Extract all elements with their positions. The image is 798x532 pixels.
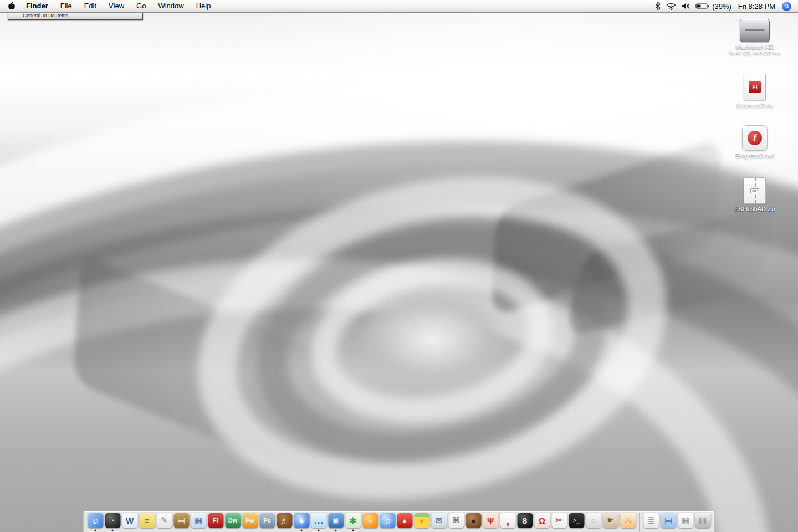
dock-trash[interactable]: ▥ (694, 513, 712, 532)
dock-app-glyph: ▦ (195, 515, 202, 525)
dock-doc-notes[interactable]: ≣ (643, 513, 660, 532)
volume-icon[interactable] (682, 2, 690, 10)
running-indicator: ▲ (317, 528, 321, 532)
dock-app-glyph: Fl (213, 517, 218, 524)
dock-dashboard[interactable]: ◔ ▲ (104, 513, 121, 532)
dock-app-glyph: ▤ (177, 515, 185, 525)
dock-app-glyph: ◈ (298, 515, 305, 525)
dock-app-glyph: ▲ (402, 517, 408, 524)
menu-finder[interactable]: Finder (20, 0, 54, 12)
menu-bar: Finder File Edit View Go Window Help (0, 0, 798, 13)
dock-preview[interactable]: ▦ (190, 513, 207, 532)
desktop-icon-empresa2-swf[interactable]: f Empresa2.swf (719, 125, 790, 159)
dock-folder-documents[interactable]: ▤ (660, 513, 677, 532)
dock-dreamweaver[interactable]: Dw (224, 513, 242, 532)
dock-app-glyph: >_ (573, 518, 579, 524)
dock-juicer[interactable]: ♨ (620, 513, 637, 532)
dock-app-glyph: ♫ (384, 516, 390, 525)
dock-doc-glyph: ▤ (664, 515, 672, 525)
dock-front-row[interactable]: ⌘ (448, 513, 465, 532)
menu-view[interactable]: View (103, 0, 130, 12)
hard-drive-icon (740, 19, 770, 42)
desktop: Finder File Edit View Go Window Help (0, 0, 798, 532)
desktop-icon-esflashad-zip[interactable]: ZIP ESFlashAD.zip (719, 177, 790, 212)
menu-bar-status: (39%) Fri 8:28 PM (655, 2, 798, 11)
dock-mail[interactable]: ✉ (431, 513, 448, 532)
airport-wifi-icon[interactable] (666, 2, 676, 10)
dock-app-glyph: … (314, 515, 324, 526)
dock-app-glyph: ◉ (332, 515, 339, 525)
dock-photoshop[interactable]: Ps (259, 513, 276, 532)
dock-ichat[interactable]: … ▲ (310, 513, 328, 532)
dock-app-glyph: W (126, 516, 134, 525)
menu-edit[interactable]: Edit (78, 0, 103, 12)
battery-icon (695, 2, 710, 10)
dock-fireworks[interactable]: Fw (242, 513, 259, 532)
dock-doc-glyph: ▦ (682, 515, 689, 525)
dock-app-glyph: ✉ (436, 515, 443, 525)
dock-app-glyph: Ψ (487, 516, 494, 525)
dock-ink[interactable]: ☛ (602, 513, 620, 532)
dock-notebook[interactable]: ▤ (173, 513, 190, 532)
menu-window[interactable]: Window (152, 0, 190, 12)
dock-app-glyph: ≡ (145, 516, 150, 525)
menu-help[interactable]: Help (190, 0, 217, 12)
fla-file-icon: Fl (744, 74, 766, 100)
dock-garageband[interactable]: ♬ (276, 513, 293, 532)
dock-chili[interactable]: , (499, 513, 516, 532)
icon-label: Empresa3.fla (737, 102, 773, 109)
dock-orange-app[interactable]: ● (362, 513, 379, 532)
dock-red-app[interactable]: ▲ (396, 513, 413, 532)
desktop-icon-empresa3-fla[interactable]: Fl Empresa3.fla (719, 74, 790, 109)
menu-file[interactable]: File (54, 0, 78, 12)
dock-coconut[interactable]: ● (465, 513, 482, 532)
dock-word[interactable]: W (121, 513, 139, 532)
dock-stickies[interactable]: ≡ (139, 513, 156, 532)
icon-label: Macintosh HD (735, 44, 774, 50)
desktop-icon-macintosh-hd[interactable]: Macintosh HD 74.41 GB, 44.8 GB free (719, 19, 790, 56)
dock-app-glyph: ♬ (280, 516, 289, 525)
bluetooth-icon[interactable] (655, 2, 661, 11)
dock-app-glyph: 8 (523, 516, 527, 525)
dock-app-glyph: ○ (591, 516, 596, 525)
wallpaper-shape (355, 288, 510, 391)
dock-keychain[interactable]: Ω (534, 513, 551, 532)
dock-eight-ball[interactable]: 8 (516, 513, 534, 532)
battery-percent: (39%) (712, 2, 732, 11)
menu-bar-clock[interactable]: Fri 8:28 PM (738, 2, 775, 11)
dock-app-glyph: ✎ (161, 515, 168, 525)
dock-itunes[interactable]: ♫ (379, 513, 396, 532)
desktop-wallpaper (0, 0, 798, 532)
dock-photo-booth[interactable]: ◉ ▲ (328, 513, 345, 532)
dock-textedit[interactable]: ✎ (156, 513, 173, 532)
dock-app-glyph: ● (367, 516, 372, 525)
dock-app-glyph: ● (470, 516, 475, 525)
dock-app-glyph: Fw (245, 517, 254, 524)
dock-app-glyph: ♨ (624, 515, 631, 525)
dock-doc-list[interactable]: ▦ (677, 513, 694, 532)
swf-file-icon: f (742, 125, 768, 151)
dock-scissors[interactable]: ✂ (551, 513, 568, 532)
spotlight-icon[interactable] (782, 2, 791, 11)
icon-label: Empresa2.swf (735, 152, 774, 159)
dock-safari[interactable]: ◈ ▲ (293, 513, 310, 532)
dock-finder[interactable]: ☺ ▲ (87, 513, 104, 532)
dock-flash[interactable]: Fl (207, 513, 224, 532)
battery-indicator[interactable]: (39%) (695, 2, 732, 11)
dock-terminal[interactable]: >_ (568, 513, 585, 532)
dock-app-glyph: , (506, 513, 510, 528)
dock-lobster[interactable]: Ψ (482, 513, 499, 532)
dock-app-glyph: ☛ (607, 515, 614, 525)
dock-iphoto[interactable]: ∗ ▲ (345, 513, 362, 532)
dock-pineapple[interactable]: ♦ (413, 513, 431, 532)
dock-app-glyph: Dw (228, 517, 238, 524)
running-indicator: ▲ (334, 528, 338, 532)
menu-list: Finder File Edit View Go Window Help (20, 0, 217, 12)
dock-docs-section: ≣ ▤ ▦ ▥ (643, 513, 712, 532)
collapsed-note[interactable]: General To Do Items (8, 12, 143, 20)
menu-go[interactable]: Go (130, 0, 152, 12)
note-title: General To Do Items (23, 13, 68, 18)
apple-menu[interactable] (8, 2, 16, 11)
dock-app-glyph: ◔ (110, 516, 115, 525)
dock-mouse[interactable]: ○ (585, 513, 602, 532)
